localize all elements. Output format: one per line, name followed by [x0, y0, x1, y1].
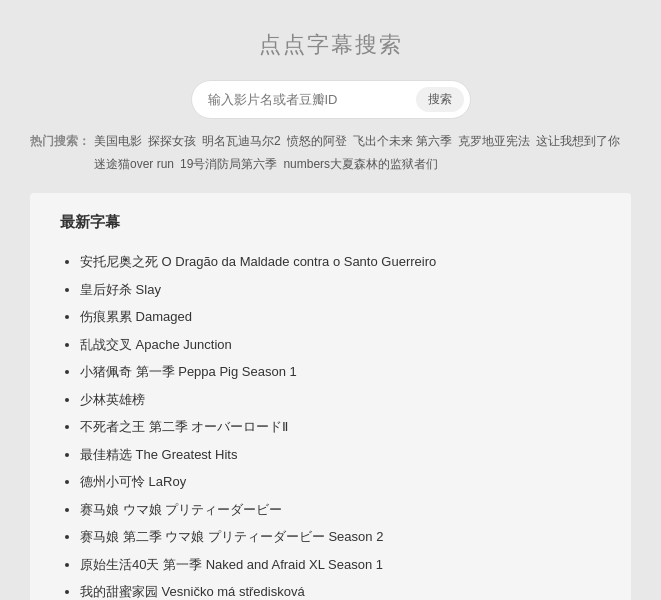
list-item: 德州小可怜 LaRoy — [80, 472, 601, 492]
subtitle-link[interactable]: 最佳精选 The Greatest Hits — [80, 447, 237, 462]
search-button[interactable]: 搜索 — [416, 87, 464, 112]
list-item: 皇后好杀 Slay — [80, 280, 601, 300]
hot-search-item[interactable]: 19号消防局第六季 — [180, 156, 277, 173]
list-item: 赛马娘 第二季 ウマ娘 プリティーダービー Season 2 — [80, 527, 601, 547]
list-item: 赛马娘 ウマ娘 プリティーダービー — [80, 500, 601, 520]
page-container: 点点字幕搜索 搜索 热门搜索： 美国电影探探女孩明名瓦迪马尔2愤怒的阿登飞出个未… — [0, 0, 661, 600]
subtitle-link[interactable]: 原始生活40天 第一季 Naked and Afraid XL Season 1 — [80, 557, 383, 572]
subtitle-link[interactable]: 皇后好杀 Slay — [80, 282, 161, 297]
hot-search-item[interactable]: 探探女孩 — [148, 133, 196, 150]
list-item: 乱战交叉 Apache Junction — [80, 335, 601, 355]
subtitle-link[interactable]: 安托尼奥之死 O Dragão da Maldade contra o Sant… — [80, 254, 436, 269]
subtitle-link[interactable]: 伤痕累累 Damaged — [80, 309, 192, 324]
search-bar: 搜索 — [20, 80, 641, 119]
subtitle-link[interactable]: 赛马娘 第二季 ウマ娘 プリティーダービー Season 2 — [80, 529, 383, 544]
hot-search-item[interactable]: 明名瓦迪马尔2 — [202, 133, 281, 150]
hot-search-label: 热门搜索： — [30, 133, 90, 150]
list-item: 不死者之王 第二季 オーバーロードⅡ — [80, 417, 601, 437]
list-item: 我的甜蜜家园 Vesničko má středisková — [80, 582, 601, 600]
subtitle-link[interactable]: 我的甜蜜家园 Vesničko má středisková — [80, 584, 305, 599]
hot-search-bar: 热门搜索： 美国电影探探女孩明名瓦迪马尔2愤怒的阿登飞出个未来 第六季克罗地亚宪… — [20, 133, 641, 173]
hot-search-item[interactable]: 这让我想到了你 — [536, 133, 620, 150]
main-content: 最新字幕 安托尼奥之死 O Dragão da Maldade contra o… — [30, 193, 631, 600]
site-title: 点点字幕搜索 — [20, 30, 641, 60]
search-input-wrapper: 搜索 — [191, 80, 471, 119]
subtitle-link[interactable]: 乱战交叉 Apache Junction — [80, 337, 232, 352]
hot-search-item[interactable]: 愤怒的阿登 — [287, 133, 347, 150]
subtitle-link[interactable]: 小猪佩奇 第一季 Peppa Pig Season 1 — [80, 364, 297, 379]
subtitle-link[interactable]: 德州小可怜 LaRoy — [80, 474, 186, 489]
search-input[interactable] — [208, 92, 416, 107]
subtitle-link[interactable]: 不死者之王 第二季 オーバーロードⅡ — [80, 419, 288, 434]
list-item: 少林英雄榜 — [80, 390, 601, 410]
hot-search-item[interactable]: 迷途猫over run — [94, 156, 174, 173]
list-item: 安托尼奥之死 O Dragão da Maldade contra o Sant… — [80, 252, 601, 272]
subtitle-list: 安托尼奥之死 O Dragão da Maldade contra o Sant… — [60, 252, 601, 600]
hot-search-item[interactable]: 美国电影 — [94, 133, 142, 150]
hot-search-item[interactable]: numbers大夏森林的监狱者们 — [283, 156, 438, 173]
list-item: 小猪佩奇 第一季 Peppa Pig Season 1 — [80, 362, 601, 382]
list-item: 伤痕累累 Damaged — [80, 307, 601, 327]
subtitle-link[interactable]: 赛马娘 ウマ娘 プリティーダービー — [80, 502, 282, 517]
list-item: 原始生活40天 第一季 Naked and Afraid XL Season 1 — [80, 555, 601, 575]
subtitle-link[interactable]: 少林英雄榜 — [80, 392, 145, 407]
list-item: 最佳精选 The Greatest Hits — [80, 445, 601, 465]
section-title: 最新字幕 — [60, 213, 601, 238]
hot-search-items: 美国电影探探女孩明名瓦迪马尔2愤怒的阿登飞出个未来 第六季克罗地亚宪法这让我想到… — [94, 133, 631, 173]
hot-search-item[interactable]: 克罗地亚宪法 — [458, 133, 530, 150]
hot-search-item[interactable]: 飞出个未来 第六季 — [353, 133, 452, 150]
